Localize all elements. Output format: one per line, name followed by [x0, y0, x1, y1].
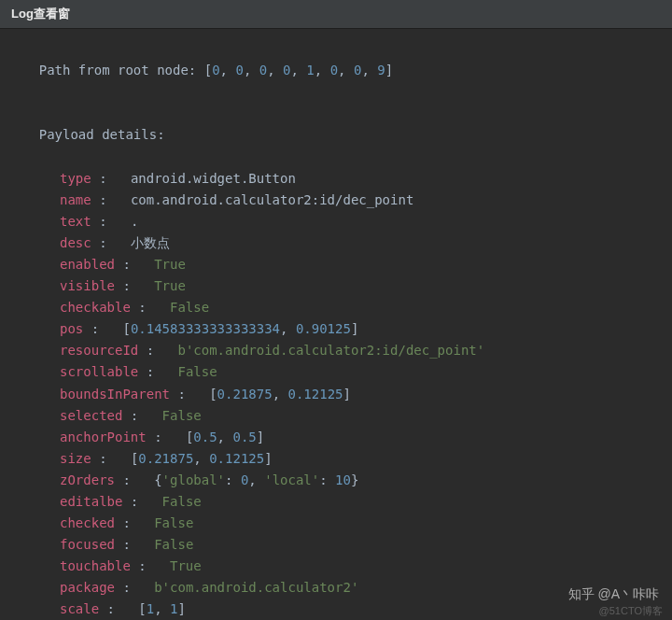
detail-row-resourceId: resourceId : b'com.android.calculator2:i…	[7, 340, 665, 361]
detail-row-scrollable: scrollable : False	[7, 361, 665, 383]
detail-row-desc: desc : 小数点	[7, 232, 665, 254]
detail-row-checked: checked : False	[7, 513, 665, 534]
detail-row-zOrders: zOrders : {'global': 0, 'local': 10}	[7, 470, 665, 491]
detail-row-boundsInParent: boundsInParent : [0.21875, 0.12125]	[7, 384, 665, 405]
detail-value: [0.21875, 0.12125]	[209, 387, 351, 402]
detail-row-selected: selected : False	[7, 405, 665, 427]
payload-details: type : android.widget.Buttonname : com.a…	[7, 168, 665, 620]
detail-row-size: size : [0.21875, 0.12125]	[7, 448, 665, 470]
payload-header: Payload details:	[7, 103, 665, 167]
detail-key: size	[60, 451, 91, 466]
detail-key: pos	[60, 321, 83, 336]
detail-key: boundsInParent	[60, 387, 170, 402]
log-body: Path from root node: [0, 0, 0, 0, 1, 0, …	[0, 29, 672, 620]
detail-row-editalbe: editalbe : False	[7, 491, 665, 513]
detail-key: desc	[60, 235, 91, 250]
detail-row-anchorPoint: anchorPoint : [0.5, 0.5]	[7, 427, 665, 448]
detail-row-text: text : .	[7, 211, 665, 232]
detail-row-package: package : b'com.android.calculator2'	[7, 577, 665, 599]
detail-key: package	[60, 580, 115, 595]
detail-key: visible	[60, 278, 115, 293]
detail-value: False	[170, 300, 209, 315]
path-label: Path from root node:	[39, 63, 204, 78]
detail-key: scale	[60, 601, 99, 616]
detail-key: type	[60, 171, 91, 186]
detail-row-pos: pos : [0.14583333333333334, 0.90125]	[7, 318, 665, 340]
detail-value: True	[170, 558, 202, 573]
detail-row-scale: scale : [1, 1]	[7, 599, 665, 620]
detail-value: b'com.android.calculator2'	[154, 580, 358, 595]
detail-value: True	[154, 278, 186, 293]
detail-value: com.android.calculator2:id/dec_point	[131, 192, 413, 207]
detail-row-checkable: checkable : False	[7, 297, 665, 318]
detail-value: [0.5, 0.5]	[186, 430, 264, 444]
log-window-titlebar: Log查看窗	[0, 0, 672, 29]
detail-row-visible: visible : True	[7, 275, 665, 297]
detail-value: False	[177, 364, 217, 379]
detail-key: selected	[60, 408, 122, 423]
detail-value: b'com.android.calculator2:id/dec_point'	[177, 343, 484, 358]
detail-value: False	[162, 494, 202, 509]
detail-value: True	[154, 257, 186, 272]
detail-key: scrollable	[60, 364, 138, 379]
detail-key: focused	[60, 537, 115, 552]
detail-value: [0.14583333333333334, 0.90125]	[122, 321, 358, 336]
detail-row-touchable: touchable : True	[7, 556, 665, 577]
detail-key: zOrders	[60, 472, 115, 487]
detail-value: 小数点	[131, 235, 170, 250]
path-values: 0, 0, 0, 0, 1, 0, 0, 9	[212, 63, 385, 78]
detail-key: text	[60, 214, 91, 229]
detail-row-focused: focused : False	[7, 534, 665, 556]
detail-key: checkable	[60, 300, 131, 315]
detail-row-name: name : com.android.calculator2:id/dec_po…	[7, 190, 665, 211]
detail-key: name	[60, 192, 91, 207]
detail-value: {'global': 0, 'local': 10}	[154, 472, 358, 487]
detail-key: anchorPoint	[60, 430, 147, 444]
detail-key: enabled	[60, 257, 115, 272]
detail-value: .	[131, 214, 138, 229]
detail-value: [1, 1]	[138, 601, 186, 616]
path-line: Path from root node: [0, 0, 0, 0, 1, 0, …	[7, 38, 665, 103]
detail-value: False	[162, 408, 202, 423]
detail-value: android.widget.Button	[131, 171, 296, 186]
detail-value: False	[154, 515, 193, 530]
detail-row-enabled: enabled : True	[7, 254, 665, 275]
detail-key: touchable	[60, 558, 131, 573]
detail-value: [0.21875, 0.12125]	[131, 451, 273, 466]
detail-key: resourceId	[60, 343, 138, 358]
detail-key: checked	[60, 515, 115, 530]
detail-row-type: type : android.widget.Button	[7, 168, 665, 190]
detail-key: editalbe	[60, 494, 122, 509]
log-window-title: Log查看窗	[11, 7, 70, 21]
detail-value: False	[154, 537, 193, 552]
